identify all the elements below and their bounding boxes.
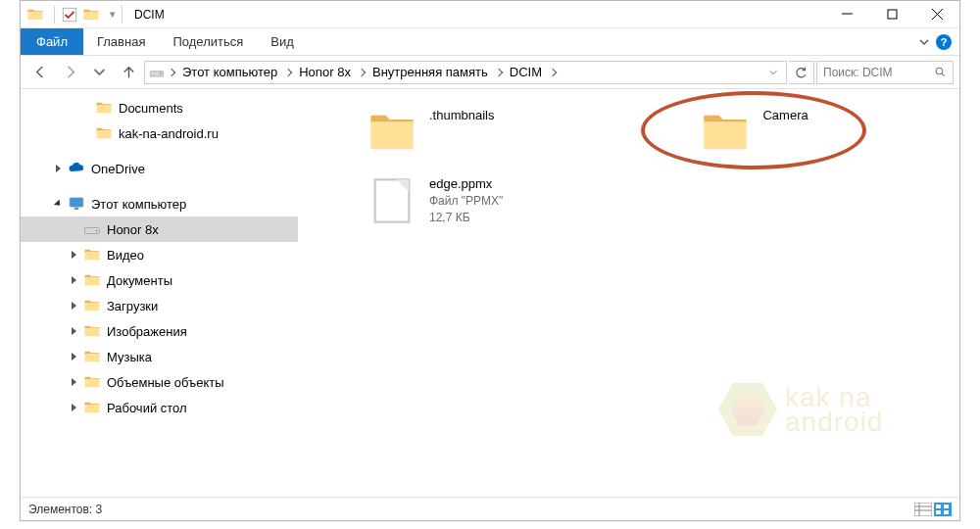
refresh-button[interactable]: [789, 61, 814, 84]
annotation-highlight: [641, 91, 866, 169]
folder-img-icon: [83, 322, 101, 340]
folder-doc-icon: [83, 271, 101, 289]
tree-item-label: Музыка: [107, 350, 152, 364]
chevron-down-icon[interactable]: [768, 68, 778, 77]
crumb-device[interactable]: Honor 8x: [295, 65, 355, 79]
svg-rect-12: [936, 510, 941, 514]
expand-icon[interactable]: [68, 274, 79, 286]
tree-item[interactable]: OneDrive: [21, 156, 298, 181]
folder-3d-icon: [83, 373, 101, 391]
expand-icon[interactable]: [68, 402, 79, 413]
nav-back-button[interactable]: [26, 59, 54, 86]
content-pane[interactable]: .thumbnails Camera edge.ppmx Файл "PPMX"…: [298, 89, 959, 497]
nav-forward-button[interactable]: [56, 59, 83, 86]
chevron-right-icon[interactable]: [549, 68, 557, 75]
svg-rect-8: [914, 503, 932, 516]
expand-icon[interactable]: [68, 376, 79, 388]
tree-item-label: Документы: [107, 273, 172, 288]
svg-rect-13: [944, 510, 949, 514]
app-folder-icon: [26, 6, 44, 24]
separator: [54, 6, 55, 24]
help-icon[interactable]: ?: [936, 34, 952, 50]
tree-item-label: kak-na-android.ru: [119, 126, 219, 141]
qat-dropdown-icon[interactable]: ▾: [110, 8, 116, 21]
folder-icon: [95, 124, 113, 142]
ribbon-expand-icon[interactable]: [918, 36, 930, 48]
tree-item[interactable]: Honor 8x: [21, 216, 298, 242]
crumb-this-pc[interactable]: Этот компьютер: [178, 65, 281, 79]
tree-item[interactable]: Документы: [21, 267, 298, 293]
close-button[interactable]: [914, 1, 959, 28]
svg-rect-7: [888, 10, 897, 19]
tree-item[interactable]: kak-na-android.ru: [21, 120, 298, 146]
ribbon-tab-view[interactable]: Вид: [257, 28, 308, 55]
tree-item[interactable]: Загрузки: [21, 293, 298, 318]
expand-icon[interactable]: [68, 249, 79, 261]
separator: [122, 6, 122, 24]
tree-item[interactable]: Изображения: [21, 318, 298, 344]
expand-icon[interactable]: [68, 325, 79, 337]
tree-item[interactable]: Музыка: [21, 344, 298, 369]
item-name: Camera: [762, 107, 808, 124]
tree-item-label: Honor 8x: [107, 222, 159, 237]
breadcrumb-box[interactable]: Этот компьютер Honor 8x Внутренняя памят…: [144, 61, 787, 84]
tree-item[interactable]: Рабочий стол: [21, 395, 298, 420]
file-item[interactable]: edge.ppmx Файл "PPMX" 12,7 КБ: [367, 175, 503, 226]
tree-item-label: Загрузки: [107, 299, 158, 313]
folder-mus-icon: [83, 348, 101, 365]
folder-item[interactable]: Camera: [700, 107, 808, 158]
watermark: kak naandroid: [718, 365, 934, 454]
chevron-right-icon[interactable]: [284, 68, 292, 75]
address-bar: Этот компьютер Honor 8x Внутренняя памят…: [21, 56, 959, 89]
window-title: DCIM: [134, 8, 165, 22]
svg-rect-10: [936, 505, 941, 508]
folder-icon: [700, 107, 751, 158]
tree-item[interactable]: Documents: [21, 95, 298, 120]
item-name: edge.ppmx: [429, 175, 503, 193]
expand-icon[interactable]: [68, 351, 79, 362]
crumb-storage[interactable]: Внутренняя память: [368, 65, 492, 79]
tree-item-label: Видео: [107, 248, 144, 263]
chevron-right-icon[interactable]: [168, 68, 175, 75]
navigation-tree[interactable]: Documentskak-na-android.ruOneDriveЭтот к…: [21, 89, 298, 497]
tree-item[interactable]: Этот компьютер: [21, 191, 298, 216]
minimize-button[interactable]: [824, 1, 869, 28]
quick-access-properties-icon[interactable]: [61, 6, 78, 24]
search-icon: [934, 66, 947, 78]
chevron-right-icon[interactable]: [495, 68, 503, 75]
folder-item[interactable]: .thumbnails: [367, 107, 494, 158]
nav-up-button[interactable]: [115, 59, 142, 86]
view-large-icon[interactable]: [934, 503, 952, 516]
ribbon-tab-share[interactable]: Поделиться: [159, 28, 257, 55]
chevron-right-icon[interactable]: [358, 68, 366, 75]
tree-item-label: Этот компьютер: [91, 197, 186, 212]
folder-icon: [95, 99, 113, 117]
breadcrumb-root-icon: [149, 65, 165, 80]
explorer-window: ▾ DCIM Файл Главная Поделиться Вид ? Это…: [20, 0, 960, 521]
status-bar: Элементов: 3: [21, 497, 959, 520]
search-placeholder: Поиск: DCIM: [823, 66, 934, 79]
tree-item-label: OneDrive: [91, 162, 145, 176]
item-size: 12,7 КБ: [429, 210, 503, 226]
title-bar: ▾ DCIM: [21, 1, 959, 28]
svg-rect-11: [944, 505, 949, 508]
folder-vid-icon: [83, 246, 101, 264]
folder-dl-icon: [83, 297, 101, 314]
quick-access-newfolder-icon[interactable]: [82, 6, 100, 24]
expand-icon[interactable]: [68, 300, 79, 312]
maximize-button[interactable]: [869, 1, 914, 28]
expand-icon[interactable]: [52, 198, 64, 210]
tree-item[interactable]: Объемные объекты: [21, 369, 298, 395]
view-details-icon[interactable]: [914, 503, 932, 516]
item-name: .thumbnails: [429, 107, 494, 124]
ribbon-file-tab[interactable]: Файл: [21, 28, 83, 55]
ribbon-tab-home[interactable]: Главная: [83, 28, 159, 55]
onedrive-icon: [68, 160, 85, 177]
search-input[interactable]: Поиск: DCIM: [816, 61, 954, 84]
drive-icon: [83, 220, 101, 238]
body: Documentskak-na-android.ruOneDriveЭтот к…: [21, 89, 959, 497]
tree-item[interactable]: Видео: [21, 242, 298, 267]
crumb-current[interactable]: DCIM: [506, 65, 546, 79]
expand-icon[interactable]: [52, 163, 64, 174]
nav-recent-dropdown[interactable]: [85, 59, 113, 86]
